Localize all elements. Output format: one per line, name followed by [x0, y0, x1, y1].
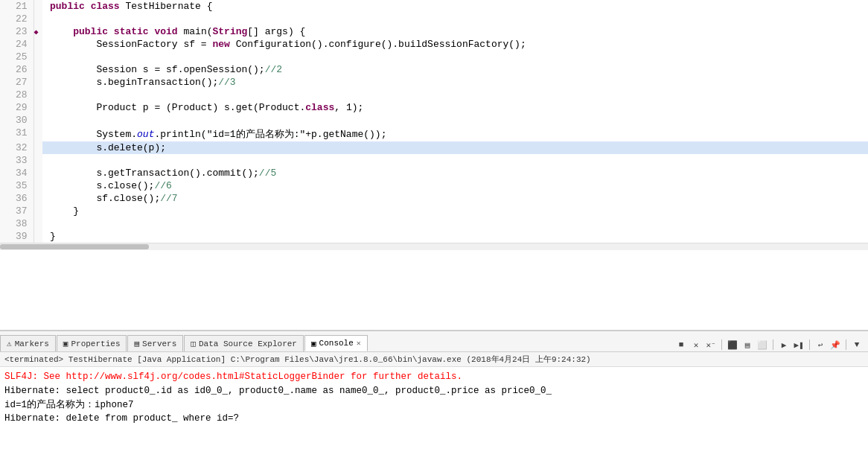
line-marker — [33, 63, 42, 76]
scrollbar-thumb[interactable] — [0, 244, 149, 249]
line-marker — [33, 114, 42, 127]
code-content — [42, 89, 868, 101]
properties-icon: ▣ — [63, 339, 68, 348]
copy-output-btn[interactable]: ⬛ — [726, 338, 739, 351]
code-content — [42, 51, 868, 63]
line-marker — [33, 217, 42, 230]
console-toolbar: ■ ✕ ✕⁻ ⬛ ▤ ⬜ ▶ ▶❚ ↩ 📌 ▼ — [670, 338, 868, 351]
remove-btn[interactable]: ✕ — [689, 338, 703, 351]
code-content: s.delete(p); — [42, 141, 868, 154]
console-line-2: id=1的产品名称为：iphone7 — [4, 398, 864, 412]
code-content: Session s = sf.openSession();//2 — [42, 63, 868, 76]
line-marker — [33, 167, 42, 179]
code-editor[interactable]: 21public class TestHibernate {2223◆ publ… — [0, 0, 868, 330]
code-content: } — [42, 205, 868, 217]
console-line-3: Hibernate: delete from product_ where id… — [4, 412, 864, 426]
datasource-icon: ◫ — [191, 339, 196, 348]
code-content — [42, 13, 868, 25]
line-marker — [33, 154, 42, 167]
code-content: } — [42, 230, 868, 243]
tab-markers[interactable]: ⚠ Markers — [0, 335, 56, 351]
code-content: s.close();//6 — [42, 179, 868, 192]
remove-all-btn[interactable]: ✕⁻ — [704, 338, 718, 351]
tab-markers-label: Markers — [15, 339, 49, 348]
code-table: 21public class TestHibernate {2223◆ publ… — [0, 0, 868, 243]
line-number: 25 — [0, 51, 33, 63]
scroll-lock-btn[interactable]: ▶ — [777, 338, 791, 351]
status-line: <terminated> TestHibernate [Java Applica… — [0, 352, 868, 367]
code-content: sf.close();//7 — [42, 192, 868, 205]
line-number: 29 — [0, 101, 33, 114]
line-marker — [33, 127, 42, 141]
line-number: 34 — [0, 167, 33, 179]
line-number: 33 — [0, 154, 33, 167]
line-marker — [33, 192, 42, 205]
console-line-1: Hibernate: select product0_.id as id0_0_… — [4, 384, 864, 398]
stop-btn[interactable]: ■ — [674, 338, 688, 351]
tab-datasource-label: Data Source Explorer — [199, 339, 297, 348]
tab-bar: ⚠ Markers ▣ Properties ▤ Servers ◫ Data … — [0, 331, 868, 352]
line-marker — [33, 51, 42, 63]
servers-icon: ▤ — [134, 339, 139, 348]
tab-console-label: Console — [319, 339, 354, 348]
line-marker: ◆ — [33, 25, 42, 38]
console-icon: ▣ — [311, 339, 316, 348]
line-marker — [33, 141, 42, 154]
line-marker — [33, 38, 42, 51]
console-output: SLF4J: See http://www.slf4j.org/codes.ht… — [0, 367, 868, 475]
clear-btn[interactable]: ⬜ — [756, 338, 769, 351]
tab-console[interactable]: ▣ Console ✕ — [304, 335, 368, 351]
line-number: 22 — [0, 13, 33, 25]
code-content: SessionFactory sf = new Configuration().… — [42, 38, 868, 51]
tab-properties-label: Properties — [71, 339, 120, 348]
tab-servers-label: Servers — [142, 339, 176, 348]
sep4 — [846, 339, 846, 350]
open-console-btn[interactable]: ↩ — [814, 338, 827, 351]
tab-properties[interactable]: ▣ Properties — [57, 335, 127, 351]
line-number: 21 — [0, 0, 33, 13]
line-marker — [33, 101, 42, 114]
terminated-status: <terminated> TestHibernate [Java Applica… — [4, 355, 591, 364]
line-number: 24 — [0, 38, 33, 51]
pin-btn[interactable]: 📌 — [829, 338, 842, 351]
line-number: 27 — [0, 76, 33, 89]
code-content: Product p = (Product) s.get(Product.clas… — [42, 101, 868, 114]
console-line-0: SLF4J: See http://www.slf4j.org/codes.ht… — [4, 370, 864, 384]
line-number: 31 — [0, 127, 33, 141]
line-marker — [33, 89, 42, 101]
line-number: 30 — [0, 114, 33, 127]
line-number: 37 — [0, 205, 33, 217]
code-content — [42, 217, 868, 230]
line-number: 28 — [0, 89, 33, 101]
console-close-icon[interactable]: ✕ — [357, 339, 361, 348]
sep1 — [721, 339, 722, 350]
tab-datasource[interactable]: ◫ Data Source Explorer — [184, 335, 304, 351]
paste-btn[interactable]: ▤ — [741, 338, 754, 351]
code-content: System.out.println("id=1的产品名称为:"+p.getNa… — [42, 127, 868, 141]
line-number: 26 — [0, 63, 33, 76]
line-number: 38 — [0, 217, 33, 230]
code-content: public static void main(String[] args) { — [42, 25, 868, 38]
tab-servers[interactable]: ▤ Servers — [127, 335, 183, 351]
line-number: 32 — [0, 141, 33, 154]
line-number: 23 — [0, 25, 33, 38]
code-content: public class TestHibernate { — [42, 0, 868, 13]
line-number: 35 — [0, 179, 33, 192]
code-content — [42, 154, 868, 167]
line-marker — [33, 205, 42, 217]
line-marker — [33, 76, 42, 89]
sep2 — [773, 339, 773, 350]
line-marker — [33, 0, 42, 13]
code-content: s.beginTransaction();//3 — [42, 76, 868, 89]
line-number: 36 — [0, 192, 33, 205]
code-content: s.getTransaction().commit();//5 — [42, 167, 868, 179]
view-menu-btn[interactable]: ▼ — [850, 338, 864, 351]
bottom-panel: ⚠ Markers ▣ Properties ▤ Servers ◫ Data … — [0, 330, 868, 475]
markers-icon: ⚠ — [7, 339, 12, 348]
code-content — [42, 114, 868, 127]
word-wrap-btn[interactable]: ▶❚ — [792, 338, 805, 351]
line-marker — [33, 13, 42, 25]
line-marker — [33, 230, 42, 243]
horizontal-scrollbar[interactable] — [0, 243, 868, 250]
sep3 — [809, 339, 810, 350]
